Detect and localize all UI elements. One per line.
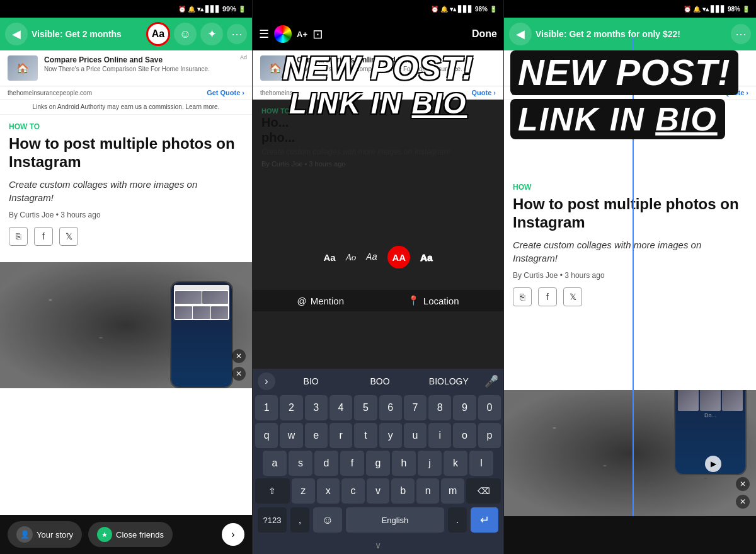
key-3[interactable]: 3: [305, 395, 328, 420]
done-btn-2[interactable]: Done: [472, 28, 497, 40]
key-9[interactable]: 9: [453, 395, 476, 420]
facebook-icon-3[interactable]: f: [538, 287, 557, 306]
key-m[interactable]: m: [441, 478, 464, 504]
key-f[interactable]: f: [340, 451, 364, 476]
key-e[interactable]: e: [305, 423, 328, 448]
key-j[interactable]: j: [418, 451, 442, 476]
copy-icon[interactable]: ⎘: [9, 227, 28, 246]
story-next-btn[interactable]: ›: [222, 523, 244, 546]
phone-img-3e: [722, 390, 743, 411]
key-g[interactable]: g: [366, 451, 390, 476]
font-aa-outline[interactable]: Aa: [420, 252, 432, 263]
phone-screen-1: [171, 282, 232, 387]
location-btn[interactable]: 📍 Location: [408, 295, 459, 306]
font-aa-2[interactable]: Ao: [346, 252, 357, 263]
suggestion-2[interactable]: BOO: [346, 374, 413, 389]
key-q[interactable]: q: [255, 423, 278, 448]
menu-icon-2[interactable]: ☰: [259, 27, 269, 41]
qwerty-row: q w e r t y u i o p: [253, 422, 503, 449]
period-key[interactable]: .: [448, 507, 467, 533]
your-story-btn[interactable]: 👤 Your story: [8, 521, 82, 548]
key-1[interactable]: 1: [255, 395, 278, 420]
close-friends-btn[interactable]: ★ Close friends: [88, 522, 173, 547]
back-button-3[interactable]: ◀: [509, 23, 532, 45]
facebook-icon[interactable]: f: [34, 227, 53, 246]
notif-icon-2: 🔔: [440, 6, 448, 13]
ad-cta-2[interactable]: Quote ›: [472, 89, 496, 96]
phone-img-4: [193, 306, 210, 319]
swipe-handle[interactable]: ∨: [253, 536, 503, 554]
alarm-icon-3: ⏰: [684, 6, 691, 13]
twitter-icon[interactable]: 𝕏: [59, 227, 78, 246]
blue-line-3: [633, 38, 634, 516]
key-i[interactable]: i: [428, 423, 451, 448]
key-v[interactable]: v: [367, 478, 390, 504]
key-8[interactable]: 8: [428, 395, 451, 420]
key-c[interactable]: c: [341, 478, 365, 504]
key-t[interactable]: t: [354, 423, 377, 448]
key-u[interactable]: u: [404, 423, 427, 448]
enter-key[interactable]: ↵: [471, 507, 498, 533]
key-2[interactable]: 2: [280, 395, 302, 420]
panel-3: ⏰ 🔔 ▾▴ ▋▋▋ 98% 🔋 ◀ Visible: Get 2 months…: [504, 0, 756, 554]
key-4[interactable]: 4: [329, 395, 352, 420]
status-icons-1: ⏰ 🔔 ▾▴ ▋▋▋ 99% 🔋: [178, 5, 246, 13]
emoji-key[interactable]: ☺: [313, 507, 342, 533]
key-p[interactable]: p: [478, 423, 501, 448]
suggestion-1[interactable]: BIO: [278, 374, 344, 389]
more-button-1[interactable]: ⋯: [227, 24, 247, 44]
caption-icon-2[interactable]: ⊡: [312, 26, 323, 42]
aa-button-1[interactable]: Aa: [146, 22, 170, 46]
key-7[interactable]: 7: [404, 395, 427, 420]
suggestion-3[interactable]: BIOLOGY: [416, 374, 482, 389]
font-aa-1[interactable]: Aa: [323, 252, 335, 263]
close-x2-3[interactable]: ✕: [736, 477, 750, 491]
shift-key[interactable]: ⇧: [255, 478, 290, 504]
key-a[interactable]: a: [263, 451, 287, 476]
play-overlay-3[interactable]: ▶: [705, 456, 721, 472]
num-key[interactable]: ?123: [258, 507, 287, 533]
key-w[interactable]: w: [280, 423, 302, 448]
key-b[interactable]: b: [391, 478, 415, 504]
more-button-3[interactable]: ⋯: [731, 24, 751, 44]
comma-key[interactable]: ,: [290, 507, 309, 533]
key-o[interactable]: o: [453, 423, 476, 448]
backspace-key[interactable]: ⌫: [466, 478, 501, 504]
font-aa-3[interactable]: Aa: [366, 252, 377, 263]
key-l[interactable]: l: [469, 451, 493, 476]
key-y[interactable]: y: [379, 423, 402, 448]
space-key[interactable]: English: [346, 507, 444, 533]
color-wheel-2[interactable]: [274, 25, 292, 43]
twitter-icon-3[interactable]: 𝕏: [563, 287, 582, 306]
phone-screen-content-1: [174, 285, 229, 320]
mic-btn[interactable]: 🎤: [484, 374, 498, 388]
mention-btn[interactable]: @ Mention: [297, 296, 344, 306]
key-6[interactable]: 6: [379, 395, 402, 420]
close-x-3[interactable]: ✕: [736, 495, 750, 509]
font-aa-red[interactable]: AA: [387, 246, 410, 268]
copy-icon-3[interactable]: ⎘: [513, 287, 532, 306]
back-button-1[interactable]: ◀: [5, 23, 28, 45]
key-0[interactable]: 0: [478, 395, 501, 420]
emoji-button-1[interactable]: ☺: [174, 23, 197, 45]
article-notice-1: Links on Android Authority may earn us a…: [0, 100, 252, 115]
key-r[interactable]: r: [329, 423, 352, 448]
phone-img-5: [211, 306, 228, 319]
key-d[interactable]: d: [314, 451, 338, 476]
key-z[interactable]: z: [292, 478, 315, 504]
close-x2-1[interactable]: ✕: [232, 349, 246, 363]
ad-cta-3[interactable]: Get Quote ›: [711, 89, 748, 96]
key-5[interactable]: 5: [354, 395, 377, 420]
friends-icon: ★: [97, 527, 112, 542]
key-k[interactable]: k: [444, 451, 467, 476]
phone-header-1: [174, 285, 229, 290]
suggestions-arrow[interactable]: ›: [258, 372, 275, 390]
key-x[interactable]: x: [317, 478, 340, 504]
close-x-1[interactable]: ✕: [232, 367, 246, 381]
key-s[interactable]: s: [289, 451, 312, 476]
ad-cta-1[interactable]: Get Quote ›: [207, 89, 244, 96]
key-h[interactable]: h: [392, 451, 416, 476]
key-n[interactable]: n: [416, 478, 440, 504]
sparkle-button-1[interactable]: ✦: [200, 23, 223, 45]
text-size-small-2[interactable]: A+: [297, 30, 307, 39]
